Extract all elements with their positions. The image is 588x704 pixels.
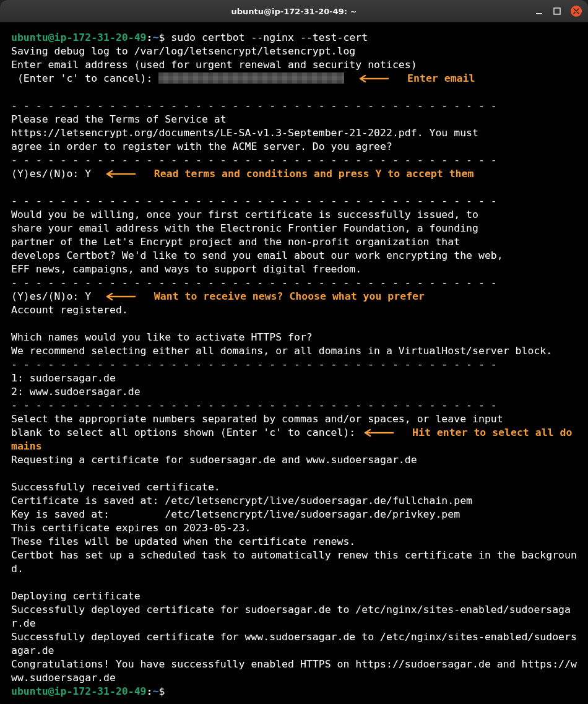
redacted-email: [158, 72, 344, 84]
close-button[interactable]: [571, 6, 582, 17]
output-line: Certbot has set up a scheduled task to a…: [11, 549, 577, 575]
prompt-path: ~: [152, 32, 158, 43]
yesno-prompt: (Y)es/(N)o:: [11, 290, 85, 302]
prompt-dollar: $: [158, 685, 165, 697]
prompt-user: ubuntu@ip-172-31-20-49: [11, 32, 147, 43]
maximize-button[interactable]: [553, 7, 561, 15]
output-line: Enter email address (used for urgent ren…: [11, 59, 417, 71]
cmd-text: sudo certbot --nginx --test-cert: [171, 32, 368, 43]
annotation-terms: Read terms and conditions and press Y to…: [154, 168, 474, 180]
domain-option: 2: www.sudoersagar.de: [11, 386, 141, 398]
output-line: partner of the Let's Encrypt project and…: [11, 236, 460, 248]
separator: - - - - - - - - - - - - - - - - - - - - …: [11, 359, 497, 370]
separator: - - - - - - - - - - - - - - - - - - - - …: [11, 154, 497, 166]
arrow-left-icon: [103, 290, 136, 302]
annotation-enter-email: Enter email: [407, 72, 475, 84]
svg-rect-1: [554, 8, 560, 14]
yesno-answer: Y: [85, 290, 91, 302]
output-line: Would you be willing, once your first ce…: [11, 209, 478, 220]
separator: - - - - - - - - - - - - - - - - - - - - …: [11, 195, 497, 207]
output-line: Key is saved at: /etc/letsencrypt/live/s…: [11, 508, 460, 520]
output-line: Which names would you like to activate H…: [11, 331, 313, 343]
output-line: EFF news, campaigns, and ways to support…: [11, 263, 361, 275]
window-controls: [535, 6, 582, 17]
output-line: share your email address with the Electr…: [11, 222, 478, 234]
minimize-button[interactable]: [535, 7, 543, 15]
yesno-answer: Y: [85, 168, 91, 180]
prompt-path: ~: [152, 685, 158, 697]
terminal-body[interactable]: ubuntu@ip-172-31-20-49:~$ sudo certbot -…: [0, 22, 588, 704]
output-line: Select the appropriate numbers separated…: [11, 413, 503, 425]
arrow-left-icon: [103, 168, 136, 180]
domain-option: 1: sudoersagar.de: [11, 372, 116, 384]
prompt-user: ubuntu@ip-172-31-20-49: [11, 685, 147, 697]
output-line: Saving debug log to /var/log/letsencrypt…: [11, 45, 355, 57]
output-line: Successfully received certificate.: [11, 481, 220, 493]
separator: - - - - - - - - - - - - - - - - - - - - …: [11, 399, 497, 411]
output-line: Account registered.: [11, 304, 128, 316]
output-line: develops Certbot? We'd like to send you …: [11, 250, 503, 261]
output-line: These files will be updated when the cer…: [11, 536, 355, 547]
output-line: blank to select all options shown (Enter…: [11, 427, 361, 438]
svg-rect-0: [536, 13, 542, 14]
prompt-colon: :: [147, 32, 153, 43]
separator: - - - - - - - - - - - - - - - - - - - - …: [11, 100, 497, 111]
output-line: (Enter 'c' to cancel):: [11, 72, 158, 84]
output-line: Successfully deployed certificate for su…: [11, 604, 571, 629]
output-line: This certificate expires on 2023-05-23.: [11, 522, 251, 534]
prompt-dollar: $: [158, 32, 165, 43]
output-line: Certificate is saved at: /etc/letsencryp…: [11, 495, 472, 506]
arrow-left-icon: [357, 72, 389, 84]
output-line: https://letsencrypt.org/documents/LE-SA-…: [11, 127, 478, 139]
output-line: Deploying certificate: [11, 590, 141, 602]
prompt-colon: :: [147, 685, 153, 697]
window-title: ubuntu@ip-172-31-20-49: ~: [231, 7, 357, 16]
annotation-news: Want to receive news? Choose what you pr…: [154, 290, 425, 302]
arrow-left-icon: [361, 427, 394, 438]
yesno-prompt: (Y)es/(N)o:: [11, 168, 85, 180]
terminal-window: ubuntu@ip-172-31-20-49: ~ ubuntu@ip-172-…: [0, 0, 588, 704]
output-line: Successfully deployed certificate for ww…: [11, 631, 577, 656]
separator: - - - - - - - - - - - - - - - - - - - - …: [11, 277, 497, 289]
output-line: Requesting a certificate for sudoersagar…: [11, 454, 417, 466]
titlebar[interactable]: ubuntu@ip-172-31-20-49: ~: [0, 0, 588, 22]
output-line: We recommend selecting either all domain…: [11, 345, 552, 357]
output-line: Please read the Terms of Service at: [11, 113, 227, 125]
output-line: Congratulations! You have successfully e…: [11, 658, 577, 684]
output-line: agree in order to register with the ACME…: [11, 141, 392, 152]
